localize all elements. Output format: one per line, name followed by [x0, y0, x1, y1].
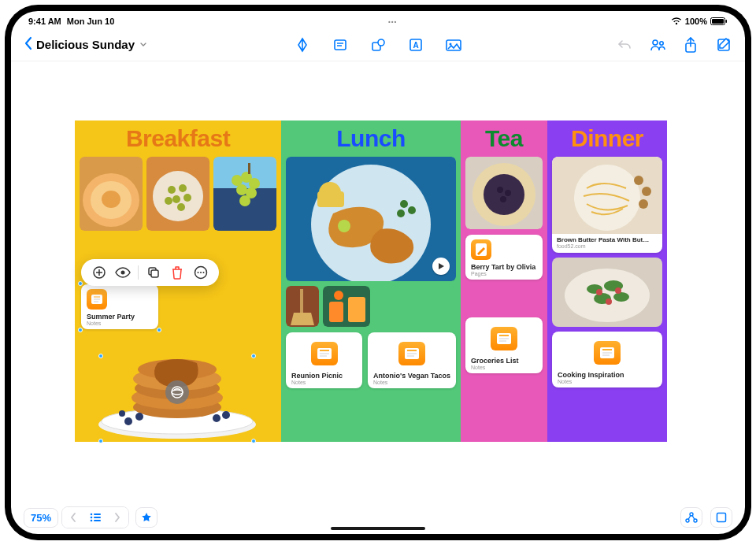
svg-rect-3 [335, 40, 346, 50]
home-indicator[interactable] [331, 527, 425, 530]
minimap-button[interactable] [710, 507, 732, 528]
svg-point-54 [172, 390, 183, 395]
svg-rect-1 [712, 19, 724, 24]
note-sub: Notes [373, 380, 450, 385]
note-title: Groceries List [471, 357, 537, 365]
duplicate-button[interactable] [143, 262, 164, 283]
ipad-screen: 9:41 AM Mon Jun 10 ••• 100% Delicio [11, 11, 745, 534]
pages-card-berry-tart[interactable]: Berry Tart by Olivia Pages [465, 235, 543, 280]
wifi-icon [671, 17, 682, 25]
multitask-dots[interactable]: ••• [114, 18, 671, 25]
undo-button[interactable] [616, 36, 633, 54]
shape-tool-button[interactable] [369, 36, 387, 54]
svg-point-90 [497, 187, 503, 193]
text-tool-button[interactable]: A [407, 36, 424, 54]
photo-pancakes-cutout[interactable] [91, 339, 264, 445]
next-scene-button[interactable] [106, 507, 128, 528]
notes-app-icon [398, 342, 425, 365]
note-card-reunion-picnic[interactable]: Reunion Picnic Notes [286, 332, 362, 388]
pen-tool-button[interactable] [294, 36, 311, 54]
selection-handle[interactable] [157, 328, 161, 332]
note-card-cooking-inspiration[interactable]: Cooking Inspiration Notes [552, 332, 662, 387]
svg-point-51 [222, 411, 230, 419]
spatial-object-icon [165, 380, 189, 404]
svg-point-72 [397, 209, 405, 217]
selection-handle[interactable] [78, 281, 83, 286]
note-card-summer-party[interactable]: Summer Party Notes [81, 284, 158, 329]
note-sub: Notes [87, 321, 153, 326]
column-title-dinner: Dinner [552, 125, 662, 152]
svg-point-108 [613, 292, 629, 302]
notes-app-icon [491, 327, 517, 350]
svg-point-89 [484, 174, 524, 215]
add-to-button[interactable] [89, 262, 109, 283]
prev-scene-button[interactable] [62, 507, 84, 528]
svg-point-27 [177, 203, 185, 211]
svg-point-22 [168, 186, 176, 194]
media-tool-button[interactable] [445, 36, 462, 54]
column-title-lunch: Lunch [286, 125, 456, 152]
canvas[interactable]: Breakfast [11, 61, 745, 501]
svg-point-100 [634, 176, 643, 185]
note-title: Cooking Inspiration [558, 371, 657, 379]
selection-handle[interactable] [78, 328, 83, 332]
svg-point-111 [606, 298, 612, 305]
play-icon[interactable] [432, 258, 450, 275]
scene-list-button[interactable] [84, 507, 106, 528]
video-tacos-plate[interactable] [286, 157, 456, 281]
svg-point-99 [574, 165, 640, 231]
notes-app-icon [87, 289, 107, 310]
svg-point-91 [505, 190, 511, 196]
status-bar: 9:41 AM Mon Jun 10 ••• 100% [11, 11, 745, 28]
svg-rect-74 [300, 289, 303, 313]
photo-cantaloupe[interactable] [80, 157, 143, 231]
svg-rect-119 [94, 517, 101, 518]
battery-icon [710, 17, 728, 25]
notes-app-icon [594, 341, 621, 365]
photo-berry-tart[interactable] [465, 157, 543, 229]
note-title: Berry Tart by Olivia [471, 263, 537, 271]
sticky-note-tool-button[interactable] [332, 36, 349, 54]
scene-navigator [61, 506, 129, 528]
board-title[interactable]: Delicious Sunday [36, 38, 135, 51]
photo-orange-items[interactable] [323, 286, 370, 327]
share-button[interactable] [682, 36, 699, 54]
svg-rect-125 [717, 513, 726, 522]
svg-point-102 [639, 199, 648, 209]
svg-point-26 [165, 197, 172, 205]
photo-broom[interactable] [286, 286, 319, 327]
svg-point-48 [124, 417, 132, 425]
column-title-tea: Tea [465, 125, 543, 152]
svg-point-62 [198, 272, 199, 273]
selection-handle[interactable] [251, 439, 256, 443]
favorite-scene-button[interactable] [135, 507, 158, 528]
zoom-level-button[interactable]: 75% [24, 508, 58, 528]
svg-point-33 [236, 184, 247, 195]
svg-point-69 [338, 220, 350, 232]
svg-point-78 [334, 291, 343, 300]
connection-graph-button[interactable] [680, 507, 702, 528]
link-card-pasta[interactable]: Brown Butter Pasta With But… food52.com [552, 157, 662, 253]
more-button[interactable] [191, 262, 211, 283]
svg-rect-60 [151, 270, 158, 277]
quick-look-button[interactable] [113, 262, 133, 283]
title-menu-chevron-icon[interactable] [139, 40, 147, 50]
selection-context-toolbar [81, 259, 219, 286]
svg-rect-36 [248, 163, 250, 174]
photo-salad-bowl[interactable] [552, 258, 662, 327]
note-card-groceries[interactable]: Groceries List Notes [465, 317, 543, 373]
back-button[interactable] [24, 36, 33, 54]
photo-olives[interactable] [146, 157, 209, 231]
notes-app-icon [311, 342, 338, 365]
svg-point-120 [91, 520, 93, 522]
compose-button[interactable] [715, 36, 732, 54]
collaborate-button[interactable] [649, 36, 666, 54]
note-title: Summer Party [87, 313, 153, 321]
svg-rect-68 [317, 191, 344, 207]
selection-handle[interactable] [98, 439, 103, 443]
delete-button[interactable] [167, 262, 187, 283]
note-card-vegan-tacos[interactable]: Antonio's Vegan Tacos Notes [368, 332, 456, 388]
selection-handle[interactable] [98, 354, 103, 358]
photo-grapes[interactable] [213, 157, 276, 231]
selection-handle[interactable] [251, 354, 256, 358]
